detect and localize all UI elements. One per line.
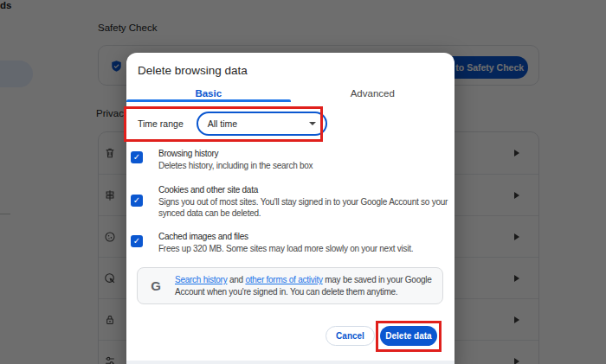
checkbox-row-cookies: Cookies and other site data Signs you ou… — [131, 184, 449, 220]
active-tab-indicator — [126, 99, 291, 102]
cookies-checkbox[interactable] — [131, 195, 143, 207]
other-forms-of-activity-link[interactable]: other forms of activity — [245, 275, 322, 284]
notice-text: Search history and other forms of activi… — [175, 274, 435, 297]
browsing-history-checkbox[interactable] — [131, 151, 143, 163]
checkbox-title: Browsing history — [158, 148, 449, 160]
cancel-button[interactable]: Cancel — [326, 326, 375, 346]
time-range-row: Time range All time — [138, 112, 327, 136]
time-range-value: All time — [208, 118, 237, 129]
checkbox-title: Cookies and other site data — [158, 184, 449, 196]
checkbox-description: Signs you out of most sites. You'll stay… — [158, 196, 449, 220]
time-range-select[interactable]: All time — [197, 112, 327, 136]
notice-text-middle: and — [227, 275, 245, 284]
google-account-notice: G Search history and other forms of acti… — [137, 267, 443, 304]
checkbox-row-browsing-history: Browsing history Deletes history, includ… — [131, 148, 449, 171]
cached-images-checkbox[interactable] — [131, 235, 143, 247]
search-history-link[interactable]: Search history — [175, 275, 227, 284]
time-range-label: Time range — [138, 118, 184, 129]
checkbox-description: Deletes history, including in the search… — [158, 160, 449, 172]
checkbox-title: Cached images and files — [158, 231, 449, 243]
delete-browsing-data-dialog: Delete browsing data Basic Advanced Time… — [126, 53, 455, 364]
tab-advanced[interactable]: Advanced — [291, 84, 455, 103]
google-g-icon: G — [138, 278, 174, 293]
caret-down-icon — [309, 122, 316, 125]
checkbox-description: Frees up 320 MB. Some sites may load mor… — [158, 243, 449, 255]
dialog-title: Delete browsing data — [138, 64, 248, 77]
delete-data-button[interactable]: Delete data — [380, 326, 437, 346]
dialog-bottom-strip — [126, 361, 455, 364]
dialog-buttons: Cancel Delete data — [326, 326, 437, 346]
checkbox-row-cached-images: Cached images and files Frees up 320 MB.… — [131, 231, 449, 254]
